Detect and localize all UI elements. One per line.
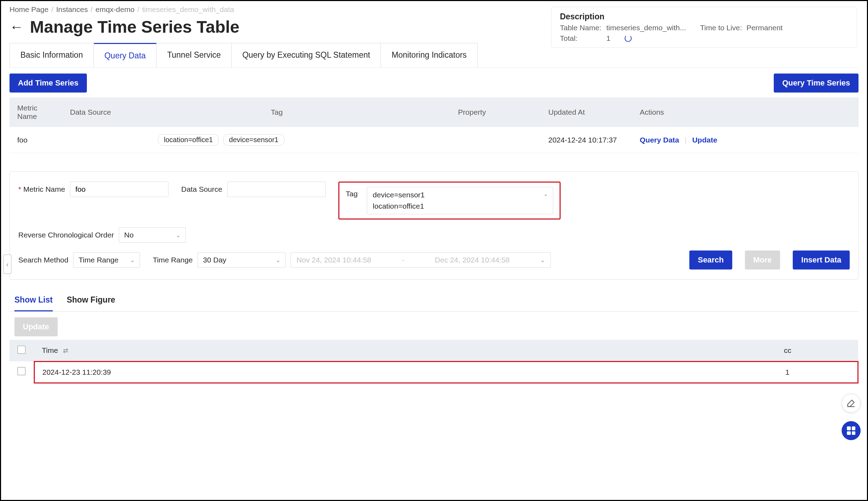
- desc-total-label: Total:: [560, 34, 602, 43]
- view-tabs: Show List Show Figure: [9, 290, 859, 312]
- search-method-value: Time Range: [78, 256, 119, 264]
- tag-chip: device=sensor1: [223, 134, 285, 146]
- pencil-icon: [847, 399, 856, 408]
- date-range-picker[interactable]: Nov 24, 2024 10:44:58 - Dec 24, 2024 10:…: [291, 252, 551, 268]
- results-table: Time ⇄ cc 2024-12-23 11:20:39 1: [9, 340, 859, 383]
- description-title: Description: [560, 12, 848, 21]
- cell-cc: 1: [717, 361, 858, 383]
- date-range-to: Dec 24, 2024 10:44:58: [435, 256, 510, 264]
- breadcrumb-current: timeseries_demo_with_data: [142, 5, 234, 14]
- desc-ttl-value: Permanent: [746, 24, 783, 32]
- tab-show-list[interactable]: Show List: [14, 290, 53, 311]
- page-title: Manage Time Series Table: [30, 17, 240, 37]
- breadcrumb-instances[interactable]: Instances: [56, 5, 88, 14]
- tag-select[interactable]: device=sensor1 location=office1 ⌄: [367, 187, 553, 214]
- reverse-order-label: Reverse Chronological Order: [18, 231, 114, 239]
- table-row: 2024-12-23 11:20:39 1: [9, 361, 858, 383]
- table-row: foo location=office1 device=sensor1 2024…: [9, 127, 859, 153]
- reverse-order-value: No: [124, 231, 134, 239]
- query-data-link[interactable]: Query Data: [640, 136, 679, 144]
- search-button[interactable]: Search: [689, 250, 732, 269]
- chevron-down-icon: ⌄: [543, 191, 548, 197]
- tab-tunnel-service[interactable]: Tunnel Service: [157, 43, 232, 68]
- panel-collapse-handle[interactable]: ‹: [3, 254, 12, 274]
- chevron-down-icon: ⌄: [540, 257, 545, 264]
- sort-icon: ⇄: [63, 347, 68, 355]
- tab-query-data[interactable]: Query Data: [94, 43, 157, 68]
- cell-updated-at: 2024-12-24 10:17:37: [541, 127, 632, 153]
- col-actions: Actions: [632, 97, 859, 127]
- breadcrumb-sep: /: [137, 5, 139, 14]
- time-range-label: Time Range: [153, 256, 193, 264]
- search-method-label: Search Method: [18, 256, 68, 264]
- col-time[interactable]: Time ⇄: [34, 340, 717, 361]
- chevron-down-icon: ⌄: [276, 257, 280, 264]
- tag-label: Tag: [346, 187, 358, 198]
- cell-data-source: [62, 127, 150, 153]
- cell-property: [403, 127, 541, 153]
- data-source-label: Data Source: [181, 185, 222, 194]
- tag-filter-highlight: Tag device=sensor1 location=office1 ⌄: [338, 182, 561, 220]
- chevron-left-icon: ‹: [6, 260, 9, 268]
- metric-name-label: Metric Name: [18, 185, 65, 194]
- tag-select-value-2: location=office1: [373, 202, 547, 210]
- tab-monitoring[interactable]: Monitoring Indicators: [381, 43, 478, 68]
- float-apps-button[interactable]: [842, 421, 861, 440]
- date-range-dash: -: [402, 256, 404, 264]
- col-updated-at: Updated At: [541, 97, 632, 127]
- select-all-checkbox[interactable]: [17, 345, 26, 354]
- description-card: Description Table Name: timeseries_demo_…: [551, 7, 857, 48]
- chevron-down-icon: ⌄: [130, 257, 135, 264]
- add-time-series-button[interactable]: Add Time Series: [9, 74, 87, 93]
- chevron-down-icon: ⌄: [176, 232, 180, 239]
- tab-basic-information[interactable]: Basic Information: [9, 43, 94, 68]
- breadcrumb-instance[interactable]: emqx-demo: [95, 5, 134, 14]
- search-method-select[interactable]: Time Range ⌄: [73, 252, 140, 268]
- row-checkbox[interactable]: [17, 367, 26, 375]
- query-filter-panel: Metric Name Data Source Tag device=senso…: [9, 171, 859, 280]
- more-button[interactable]: More: [745, 250, 780, 269]
- time-range-preset-value: 30 Day: [203, 256, 226, 264]
- tag-chip: location=office1: [158, 134, 219, 146]
- grid-icon: [847, 426, 855, 435]
- desc-table-name-label: Table Name:: [560, 24, 602, 32]
- back-arrow-icon[interactable]: ←: [9, 19, 24, 35]
- time-series-table: Metric Name Data Source Tag Property Upd…: [9, 97, 859, 153]
- float-edit-button[interactable]: [842, 394, 861, 413]
- breadcrumb-home[interactable]: Home Page: [9, 5, 49, 14]
- tab-show-figure[interactable]: Show Figure: [67, 290, 115, 311]
- refresh-icon[interactable]: [625, 35, 632, 42]
- cell-time: 2024-12-23 11:20:39: [34, 361, 717, 383]
- col-tag: Tag: [150, 97, 403, 127]
- col-cc: cc: [717, 340, 858, 361]
- col-data-source: Data Source: [62, 97, 150, 127]
- desc-ttl-label: Time to Live:: [700, 24, 742, 32]
- tag-select-value-1: device=sensor1: [373, 191, 547, 199]
- col-metric-name: Metric Name: [9, 97, 62, 127]
- desc-total-value: 1: [606, 34, 620, 43]
- breadcrumb-sep: /: [91, 5, 93, 14]
- update-link[interactable]: Update: [692, 136, 717, 144]
- query-time-series-button[interactable]: Query Time Series: [774, 74, 859, 93]
- data-source-input[interactable]: [227, 182, 326, 197]
- action-divider: |: [685, 136, 687, 144]
- insert-data-button[interactable]: Insert Data: [793, 250, 850, 269]
- tab-query-sql[interactable]: Query by Executing SQL Statement: [232, 43, 381, 68]
- desc-table-name-value: timeseries_demo_with...: [606, 24, 686, 32]
- date-range-from: Nov 24, 2024 10:44:58: [296, 256, 371, 264]
- time-range-preset-select[interactable]: 30 Day ⌄: [198, 252, 286, 268]
- cell-metric-name: foo: [9, 127, 62, 153]
- reverse-order-select[interactable]: No ⌄: [119, 227, 186, 243]
- col-property: Property: [403, 97, 541, 127]
- update-button[interactable]: Update: [14, 317, 58, 336]
- breadcrumb-sep: /: [51, 5, 53, 14]
- metric-name-input[interactable]: [70, 182, 168, 197]
